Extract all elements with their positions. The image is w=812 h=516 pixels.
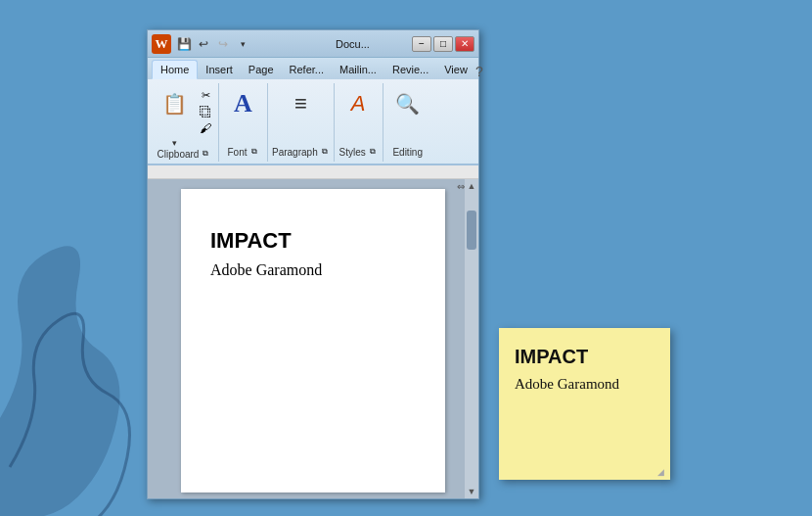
paragraph-label-row: Paragraph ⧉ bbox=[272, 144, 330, 160]
styles-button[interactable]: A bbox=[338, 85, 378, 138]
paste-icon: 📋 bbox=[159, 89, 189, 118]
document-page: IMPACT Adobe Garamond bbox=[181, 189, 445, 493]
window-title: Docu... bbox=[293, 38, 412, 50]
clipboard-label-row: Clipboard ⧉ bbox=[154, 148, 214, 160]
tab-mailin[interactable]: Mailin... bbox=[332, 60, 384, 79]
minimize-button[interactable]: − bbox=[412, 36, 431, 52]
horizontal-ruler bbox=[148, 165, 478, 179]
scroll-thumb[interactable] bbox=[467, 211, 476, 250]
sticky-line1: IMPACT bbox=[515, 346, 654, 368]
sticky-line2: Adobe Garamond bbox=[515, 376, 654, 393]
ribbon-tabs: Home Insert Page Refer... Mailin... Revi… bbox=[148, 58, 478, 79]
font-icon: A bbox=[229, 89, 258, 118]
save-button[interactable]: 💾 bbox=[175, 36, 193, 52]
paragraph-icon: ≡ bbox=[286, 89, 315, 118]
font-label-row: Font ⧉ bbox=[223, 144, 263, 160]
font-label: Font bbox=[227, 147, 247, 158]
undo-button[interactable]: ↩ bbox=[195, 36, 212, 52]
paragraph-expand[interactable]: ⧉ bbox=[320, 147, 330, 157]
ribbon-group-styles: A Styles ⧉ bbox=[335, 83, 383, 162]
tab-page[interactable]: Page bbox=[241, 60, 282, 79]
sticky-note: IMPACT Adobe Garamond ◢ bbox=[499, 328, 670, 480]
help-icon[interactable]: ? bbox=[475, 64, 483, 79]
scroll-down-arrow[interactable]: ▼ bbox=[468, 487, 476, 496]
editing-label-row: Editing bbox=[387, 144, 429, 160]
styles-label: Styles bbox=[339, 147, 366, 158]
clipboard-expand[interactable]: ⧉ bbox=[201, 149, 210, 159]
format-painter-button[interactable]: 🖌 bbox=[197, 120, 214, 136]
word-icon: W bbox=[152, 34, 171, 54]
ribbon-group-font: A Font ⧉ bbox=[219, 83, 268, 162]
tab-revie[interactable]: Revie... bbox=[384, 60, 436, 79]
paste-arrow[interactable]: ▾ bbox=[172, 138, 177, 148]
scroll-up-arrow[interactable]: ▲ bbox=[468, 181, 476, 191]
clipboard-label: Clipboard bbox=[158, 149, 200, 160]
tab-refer[interactable]: Refer... bbox=[282, 60, 332, 79]
editing-button[interactable]: 🔍 bbox=[388, 85, 428, 138]
styles-expand[interactable]: ⧉ bbox=[368, 147, 378, 157]
styles-icon: A bbox=[343, 89, 373, 118]
editing-label: Editing bbox=[392, 147, 423, 158]
clipboard-sub-buttons: ✂ ⿻ 🖌 bbox=[197, 87, 214, 136]
redo-button[interactable]: ↪ bbox=[214, 36, 232, 52]
cut-button[interactable]: ✂ bbox=[197, 87, 214, 103]
window-controls: − □ ✕ bbox=[412, 36, 474, 52]
page-line1: IMPACT bbox=[210, 228, 416, 254]
word-window: W 💾 ↩ ↪ ▾ Docu... − □ ✕ Home Insert Page… bbox=[147, 29, 479, 499]
sticky-resize-handle[interactable]: ◢ bbox=[657, 467, 667, 477]
paragraph-label: Paragraph bbox=[272, 147, 318, 158]
vertical-scrollbar[interactable]: ▲ ▼ bbox=[465, 179, 478, 498]
view-toggle[interactable]: ⇔ bbox=[457, 181, 465, 192]
paragraph-button[interactable]: ≡ bbox=[281, 85, 320, 138]
copy-button[interactable]: ⿻ bbox=[197, 104, 214, 119]
tab-insert[interactable]: Insert bbox=[198, 60, 241, 79]
quick-access-dropdown[interactable]: ▾ bbox=[234, 36, 251, 52]
tab-view[interactable]: View bbox=[436, 60, 475, 79]
ribbon-group-paragraph: ≡ Paragraph ⧉ bbox=[268, 83, 335, 162]
title-bar: W 💾 ↩ ↪ ▾ Docu... − □ ✕ bbox=[148, 30, 478, 58]
page-line2: Adobe Garamond bbox=[210, 261, 416, 279]
paste-button[interactable]: 📋 bbox=[154, 85, 195, 138]
styles-label-row: Styles ⧉ bbox=[338, 144, 379, 160]
clipboard-buttons: 📋 ▾ ✂ ⿻ 🖌 bbox=[154, 85, 214, 148]
quick-access-toolbar: 💾 ↩ ↪ ▾ bbox=[175, 36, 293, 52]
editing-icon: 🔍 bbox=[393, 89, 423, 118]
document-area: IMPACT Adobe Garamond ▲ ▼ ⇔ bbox=[148, 179, 478, 498]
maximize-button[interactable]: □ bbox=[433, 36, 453, 52]
ribbon-group-editing: 🔍 Editing bbox=[383, 83, 432, 162]
ribbon-group-clipboard: 📋 ▾ ✂ ⿻ 🖌 Clipboard ⧉ bbox=[150, 83, 219, 162]
font-expand[interactable]: ⧉ bbox=[249, 147, 259, 157]
font-button[interactable]: A bbox=[224, 85, 263, 138]
ribbon-bar: 📋 ▾ ✂ ⿻ 🖌 Clipboard ⧉ A bbox=[148, 79, 478, 165]
tab-home[interactable]: Home bbox=[152, 60, 198, 79]
close-button[interactable]: ✕ bbox=[455, 36, 474, 52]
